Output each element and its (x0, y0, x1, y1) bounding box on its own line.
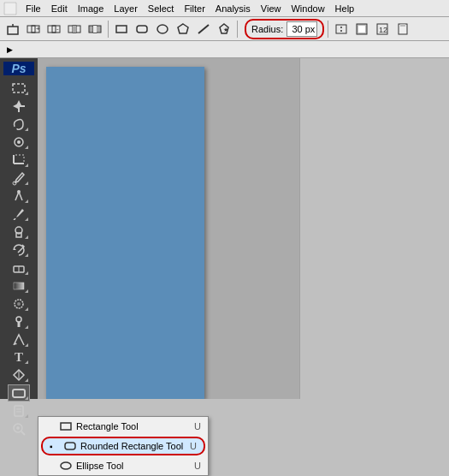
menu-item-analysis[interactable]: Analysis (210, 3, 256, 15)
svg-rect-31 (13, 84, 25, 92)
new-shape-btn[interactable] (3, 20, 22, 39)
quick-select-btn[interactable] (8, 134, 30, 151)
options-toolbar: + - (0, 17, 449, 41)
expand-btn[interactable]: ▶ (3, 44, 15, 56)
svg-point-50 (16, 317, 21, 322)
add-shape-btn[interactable]: + (24, 20, 43, 39)
ellipse-btn[interactable] (153, 20, 172, 39)
separator-3 (328, 21, 328, 38)
ellipse-icon (59, 459, 73, 473)
app-logo (2, 1, 19, 16)
menu-item-window[interactable]: Window (286, 3, 329, 15)
svg-rect-2 (8, 27, 18, 34)
canvas (46, 67, 204, 399)
svg-rect-15 (93, 26, 97, 33)
lasso-tool-btn[interactable] (8, 116, 30, 133)
svg-line-58 (21, 431, 25, 435)
rounded-rect-icon (63, 439, 77, 453)
canvas-btn[interactable] (393, 20, 412, 39)
menu-item-help[interactable]: Help (330, 3, 360, 15)
history-btn[interactable]: 1 2 (373, 20, 392, 39)
svg-point-41 (17, 190, 21, 193)
svg-rect-61 (61, 423, 71, 430)
dodge-btn[interactable] (8, 313, 30, 330)
menu-item-file[interactable]: File (21, 3, 46, 15)
menu-item-filter[interactable]: Filter (179, 3, 210, 15)
menu-item-layer[interactable]: Layer (109, 3, 143, 15)
radius-input[interactable] (287, 21, 317, 37)
svg-rect-12 (73, 26, 76, 33)
ps-logo: Ps (3, 62, 34, 75)
flyout-item-ellipse[interactable]: Ellipse Tool U (38, 456, 208, 475)
svg-rect-25 (358, 26, 365, 33)
svg-point-49 (17, 302, 21, 306)
svg-rect-30 (400, 24, 405, 27)
align-edges-btn[interactable] (332, 20, 351, 39)
menu-item-edit[interactable]: Edit (46, 3, 73, 15)
ellipse-key: U (194, 461, 201, 471)
exclude-shape-btn[interactable] (86, 20, 104, 39)
ellipse-check (45, 461, 56, 471)
separator-2 (237, 21, 238, 38)
rect-label: Rectangle Tool (76, 421, 139, 431)
style-btn[interactable] (352, 20, 371, 39)
rounded-rect-btn[interactable] (133, 20, 151, 39)
rect-tool-btn[interactable] (112, 20, 131, 39)
svg-point-18 (157, 25, 168, 33)
separator-1 (108, 21, 109, 38)
subtract-shape-btn[interactable]: - (44, 20, 63, 39)
svg-rect-0 (3, 2, 17, 15)
right-panel (299, 58, 449, 399)
menu-item-view[interactable]: View (256, 3, 287, 15)
zoom-tool-btn[interactable] (8, 420, 30, 437)
svg-point-63 (61, 462, 71, 469)
svg-marker-19 (178, 24, 188, 33)
gradient-btn[interactable] (8, 277, 30, 295)
pen-tool-btn[interactable] (8, 366, 30, 384)
svg-rect-16 (116, 26, 127, 33)
eraser-btn[interactable] (8, 259, 30, 277)
rect-icon (59, 419, 73, 433)
path-select-btn[interactable] (8, 331, 30, 348)
notes-btn[interactable] (8, 402, 30, 419)
eyedropper-btn[interactable] (8, 170, 30, 187)
svg-text:★: ★ (223, 27, 228, 33)
rect-check (45, 422, 56, 431)
blur-btn[interactable] (8, 295, 30, 312)
svg-marker-44 (14, 247, 16, 250)
polygon-btn[interactable] (174, 20, 192, 39)
tool-panel: Ps (0, 58, 38, 399)
menu-bar: File Edit Image Layer Select Filter Anal… (0, 0, 449, 17)
svg-text:2: 2 (383, 26, 387, 34)
menu-item-image[interactable]: Image (73, 3, 109, 15)
svg-rect-17 (137, 26, 147, 33)
rounded-rect-label: Rounded Rectangle Tool (80, 441, 183, 451)
line-btn[interactable] (194, 20, 213, 39)
text-tool-btn[interactable]: T (8, 349, 30, 366)
svg-rect-47 (14, 283, 24, 289)
flyout-menu: Rectangle Tool U ▪ Rounded Rectangle Too… (38, 416, 209, 476)
svg-rect-53 (13, 390, 25, 397)
intersect-shape-btn[interactable] (65, 20, 84, 39)
healing-btn[interactable] (8, 187, 30, 205)
rounded-rect-check: ▪ (50, 442, 60, 451)
menu-item-select[interactable]: Select (143, 3, 180, 15)
rounded-rect-key: U (190, 441, 197, 451)
svg-rect-43 (16, 233, 21, 237)
history-brush-btn[interactable] (8, 241, 30, 259)
rect-key: U (194, 421, 201, 431)
svg-text:-: - (56, 25, 59, 33)
custom-shape-btn[interactable]: ★ (215, 20, 233, 39)
crop-tool-btn[interactable] (8, 152, 30, 169)
brush-tool-btn[interactable] (8, 205, 30, 223)
marquee-tool-btn[interactable] (8, 80, 30, 97)
move-tool-btn[interactable] (8, 98, 30, 115)
shape-tool-btn[interactable] (8, 384, 30, 402)
main-area: Ps (0, 58, 449, 399)
svg-text:+: + (36, 25, 40, 33)
svg-rect-54 (15, 406, 23, 416)
flyout-item-rounded-rect[interactable]: ▪ Rounded Rectangle Tool U (41, 437, 205, 455)
options-row: ▶ (0, 41, 449, 58)
stamp-tool-btn[interactable] (8, 223, 30, 241)
flyout-item-rect[interactable]: Rectangle Tool U (38, 417, 208, 436)
